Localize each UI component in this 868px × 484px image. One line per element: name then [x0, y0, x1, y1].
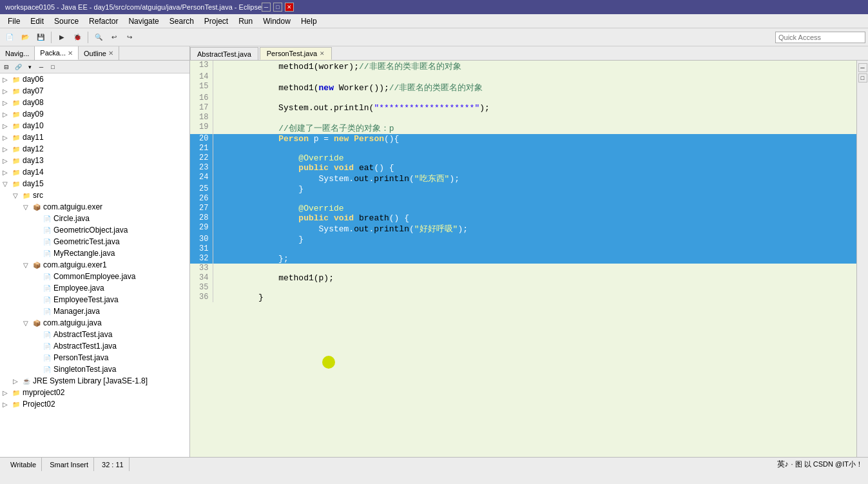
panel-tab-navig[interactable]: Navig...: [0, 46, 35, 60]
table-row[interactable]: 34 method1(p);: [190, 273, 856, 283]
new-button[interactable]: 📄: [3, 30, 17, 44]
menu-window[interactable]: Window: [258, 15, 296, 27]
table-row[interactable]: 30 }: [190, 235, 856, 244]
table-row[interactable]: 17 System.out.println("*****************…: [190, 103, 856, 113]
tree-item[interactable]: 📄Manager.java: [0, 305, 189, 317]
open-button[interactable]: 📂: [18, 30, 32, 44]
table-row[interactable]: 14: [190, 72, 856, 82]
editor-tab-person-close[interactable]: ✕: [320, 50, 325, 57]
tree-item[interactable]: 📄AbstractTest1.java: [0, 340, 189, 352]
table-row[interactable]: 16: [190, 93, 856, 103]
tree-item[interactable]: 📄GeometricObject.java: [0, 224, 189, 236]
panel-link-btn[interactable]: 🔗: [13, 62, 23, 72]
undo-button[interactable]: ↩: [107, 30, 121, 44]
menu-search[interactable]: Search: [164, 15, 199, 27]
tree-item[interactable]: ▽📦com.atguigu.java: [0, 317, 189, 329]
tree-item[interactable]: ▷📁day06: [0, 73, 189, 85]
tree-item[interactable]: 📄SingletonTest.java: [0, 363, 189, 375]
line-number: 23: [190, 163, 213, 173]
table-row[interactable]: 35: [190, 283, 856, 293]
tree-item[interactable]: 📄MyRectangle.java: [0, 247, 189, 259]
tree-item[interactable]: ▷📁day09: [0, 108, 189, 120]
menu-navigate[interactable]: Navigate: [123, 15, 164, 27]
tree-item[interactable]: ▷📁day13: [0, 155, 189, 166]
debug-button[interactable]: 🐞: [70, 30, 84, 44]
table-row[interactable]: 23 public void eat() {: [190, 163, 856, 173]
close-button[interactable]: ✕: [285, 3, 294, 12]
table-row[interactable]: 33: [190, 264, 856, 273]
tree-item[interactable]: 📄Circle.java: [0, 213, 189, 224]
code-area[interactable]: 13 method1(worker);//非匿名的类非匿名的对象14 15 me…: [190, 61, 856, 457]
tree-item[interactable]: ▷📁day10: [0, 120, 189, 131]
table-row[interactable]: 27 @Override: [190, 204, 856, 213]
table-row[interactable]: 20 Person p = new Person(){: [190, 134, 856, 144]
table-row[interactable]: 24 System.out.println("吃东西");: [190, 173, 856, 184]
table-row[interactable]: 25 }: [190, 184, 856, 194]
menu-refactor[interactable]: Refactor: [84, 15, 123, 27]
menu-source[interactable]: Source: [49, 15, 84, 27]
table-row[interactable]: 21: [190, 144, 856, 153]
tree-item[interactable]: ▷📁day07: [0, 85, 189, 97]
table-row[interactable]: 28 public void breath() {: [190, 213, 856, 223]
editor-tab-abstract[interactable]: AbstractTest.java: [190, 47, 258, 60]
redo-button[interactable]: ↪: [122, 30, 137, 44]
table-row[interactable]: 29 System.out.println("好好呼吸");: [190, 223, 856, 235]
table-row[interactable]: 18: [190, 113, 856, 122]
tree-item[interactable]: ▽📦com.atguigu.exer: [0, 201, 189, 213]
panel-tab-packa[interactable]: Packa... ✕: [35, 46, 79, 60]
panel-tab-outline-close[interactable]: ✕: [108, 50, 113, 57]
tree-item[interactable]: ▷📁Project02: [0, 398, 189, 410]
tree-label: CommonEmployee.java: [53, 272, 135, 281]
right-strip: ─ □: [856, 61, 868, 457]
tree-item[interactable]: 📄EmployeeTest.java: [0, 294, 189, 305]
save-button[interactable]: 💾: [34, 30, 48, 44]
table-row[interactable]: 15 method1(new Worker());//非匿名的类匿名的对象: [190, 82, 856, 93]
menu-file[interactable]: File: [3, 15, 25, 27]
run-button[interactable]: ▶: [55, 30, 69, 44]
panel-menu-btn[interactable]: ▾: [24, 62, 35, 72]
tree-icon: 📄: [42, 353, 52, 363]
status-right: 英♪ · 图 以 CSDN @IT小！: [777, 459, 863, 470]
table-row[interactable]: 22 @Override: [190, 153, 856, 163]
menu-edit[interactable]: Edit: [25, 15, 49, 27]
tree-item[interactable]: ▷📁day11: [0, 131, 189, 143]
tree-item[interactable]: 📄PersonTest.java: [0, 352, 189, 363]
panel-collapse-btn[interactable]: ⊟: [1, 62, 12, 72]
tree-view[interactable]: ▷📁day06▷📁day07▷📁day08▷📁day09▷📁day10▷📁day…: [0, 73, 189, 457]
tree-item[interactable]: ▽📦com.atguigu.exer1: [0, 259, 189, 271]
table-row[interactable]: 26: [190, 194, 856, 204]
menu-run[interactable]: Run: [233, 15, 258, 27]
panel-max-btn[interactable]: □: [48, 62, 58, 72]
tree-item[interactable]: 📄GeometricTest.java: [0, 236, 189, 247]
tree-item[interactable]: ▽📁day15: [0, 178, 189, 189]
tree-item[interactable]: 📄Employee.java: [0, 282, 189, 294]
tree-item[interactable]: ▷☕JRE System Library [JavaSE-1.8]: [0, 375, 189, 387]
maximize-button[interactable]: □: [273, 3, 282, 12]
tree-item[interactable]: ▷📁myproject02: [0, 387, 189, 398]
menu-help[interactable]: Help: [296, 15, 322, 27]
search-button[interactable]: 🔍: [92, 30, 106, 44]
tree-item[interactable]: 📄AbstractTest.java: [0, 329, 189, 340]
right-strip-min[interactable]: ─: [858, 63, 867, 72]
tree-item[interactable]: ▷📁day14: [0, 166, 189, 178]
menu-project[interactable]: Project: [199, 15, 233, 27]
minimize-button[interactable]: ─: [262, 3, 271, 12]
tree-item[interactable]: ▷📁day08: [0, 97, 189, 108]
table-row[interactable]: 36 }: [190, 293, 856, 302]
tree-item[interactable]: ▽📁src: [0, 189, 189, 201]
tree-item[interactable]: 📄CommonEmployee.java: [0, 271, 189, 282]
right-strip-max[interactable]: □: [858, 73, 867, 82]
quick-access-input[interactable]: [775, 32, 865, 43]
panel-min-btn[interactable]: ─: [36, 62, 46, 72]
table-row[interactable]: 32 };: [190, 254, 856, 264]
expand-icon: ▽: [23, 204, 31, 211]
line-number: 36: [190, 293, 213, 302]
editor-tab-person[interactable]: PersonTest.java ✕: [260, 47, 332, 60]
panel-tab-outline[interactable]: Outline ✕: [79, 46, 119, 60]
table-row[interactable]: 19 //创建了一匿名子类的对象：p: [190, 122, 856, 134]
panel-tab-packa-close[interactable]: ✕: [68, 50, 73, 57]
table-row[interactable]: 31: [190, 244, 856, 254]
line-code: [213, 283, 856, 293]
table-row[interactable]: 13 method1(worker);//非匿名的类非匿名的对象: [190, 61, 856, 72]
tree-item[interactable]: ▷📁day12: [0, 143, 189, 155]
